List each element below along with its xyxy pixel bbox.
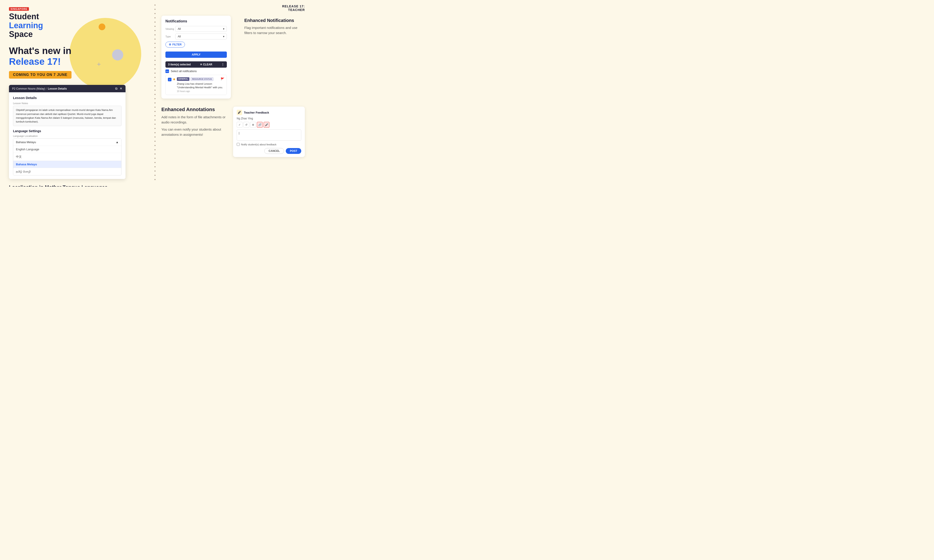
- more-icon[interactable]: ⋮: [222, 63, 224, 66]
- notif-selected-bar: 3 item(s) selected ✕ CLEAR ⋮: [165, 62, 227, 68]
- select-all-checkbox[interactable]: —: [165, 69, 169, 73]
- brand-line3: Space: [9, 29, 33, 39]
- cancel-button[interactable]: CANCEL: [264, 148, 284, 154]
- tool-tick[interactable]: ✓: [237, 122, 242, 128]
- apply-button[interactable]: APPLY: [165, 52, 227, 58]
- notif-checkbox[interactable]: ✓: [168, 78, 171, 81]
- annotations-section: Enhanced Annotations Add notes in the fo…: [161, 107, 305, 157]
- tf-user: Ng Zhao Ying: [237, 117, 301, 120]
- tf-header: 🖊 Teacher Feedback: [237, 110, 301, 115]
- copy-icon[interactable]: ⧉: [115, 87, 117, 91]
- tag-general: GENERAL: [177, 77, 190, 81]
- release-badge: RELEASE 17: TEACHER: [161, 5, 305, 12]
- lang-label: Language Localisation: [13, 135, 122, 137]
- headline-line1: What's new in: [9, 46, 71, 56]
- notif-unread-dot: [173, 78, 175, 80]
- lang-options: English Language 中文 Bahasa Melayu தமிழ் …: [13, 146, 121, 175]
- brand-line2: Learning: [9, 21, 43, 30]
- notify-label: Notify student(s) about feedback: [241, 143, 276, 146]
- enhanced-notif-title: Enhanced Notifications: [244, 18, 305, 23]
- chevron-up-icon: ▲: [116, 140, 119, 144]
- tag-resource: RESOURCE STATUS: [191, 77, 213, 81]
- tf-header-title: Teacher Feedback: [244, 111, 269, 114]
- lesson-notes-box: Objektif pengajaran ini ialah untuk meng…: [13, 106, 122, 126]
- tool-add[interactable]: ⊕: [250, 122, 256, 128]
- brand-title: Student Learning Space: [9, 12, 146, 39]
- release-badge-line2: TEACHER: [288, 8, 305, 12]
- lang-settings-title: Language Settings: [13, 129, 122, 133]
- tf-toolbar: ✓ ↺ ⊕ 🔗 🎤: [237, 122, 301, 128]
- brand-line1: Student: [9, 12, 39, 21]
- tf-notify-row: Notify student(s) about feedback: [237, 143, 301, 146]
- tool-link[interactable]: 🔗: [257, 122, 263, 128]
- chevron-down-icon: ▾: [223, 27, 224, 31]
- localisation-section: Localisation in Mother Tongue Languages …: [9, 185, 146, 186]
- flag-icon[interactable]: 🚩: [220, 77, 224, 81]
- close-icon[interactable]: ✕: [120, 87, 122, 91]
- feedback-icon: 🖊: [237, 110, 242, 115]
- filter-button[interactable]: ⚙ FILTER: [165, 42, 185, 48]
- lesson-card-body: Lesson Details Lesson Notes Objektif pen…: [9, 92, 125, 179]
- left-panel: + SINGAPORE Student Learning Space What'…: [0, 0, 155, 186]
- lang-dropdown[interactable]: Bahasa Melayu ▲ English Language 中文 Baha…: [13, 138, 122, 175]
- enhanced-notif-desc: Flag important notifications and use fil…: [244, 25, 305, 35]
- lesson-card-header: P2 Common Nouns (Malay) / Lesson Details…: [9, 85, 125, 92]
- viewing-value: All: [178, 27, 181, 31]
- tool-mic[interactable]: 🎤: [264, 122, 270, 128]
- minus-icon: —: [166, 70, 168, 73]
- check-icon: ✓: [169, 78, 171, 81]
- top-section: Notifications Viewing All ▾ Type All ▾ ⚙…: [161, 16, 305, 98]
- notifications-widget: Notifications Viewing All ▾ Type All ▾ ⚙…: [161, 16, 231, 98]
- x-icon: ✕: [200, 63, 202, 66]
- lang-option-english[interactable]: English Language: [13, 146, 121, 153]
- clear-label: CLEAR: [203, 63, 212, 66]
- headline-line2: Release 17!: [9, 56, 61, 67]
- tf-buttons: CANCEL POST: [237, 148, 301, 154]
- annotations-title: Enhanced Annotations: [161, 107, 229, 112]
- tf-textarea[interactable]: |: [237, 129, 301, 141]
- notify-checkbox[interactable]: [237, 143, 240, 146]
- chevron-down-icon2: ▾: [223, 35, 224, 38]
- enhanced-notifications: Enhanced Notifications Flag important no…: [240, 16, 305, 35]
- breadcrumb-parent: P2 Common Nouns (Malay): [12, 87, 45, 90]
- lesson-details-title: Lesson Details: [13, 96, 122, 100]
- notif-time: 10 hours ago: [177, 90, 224, 92]
- singapore-badge: SINGAPORE: [9, 7, 29, 11]
- header-icons: ⧉ ✕: [115, 87, 122, 91]
- annotations-line1: Add notes in the form of file attachment…: [161, 115, 229, 125]
- post-button[interactable]: POST: [286, 148, 301, 154]
- notif-filter-row: ⚙ FILTER: [165, 42, 227, 48]
- lang-option-chinese[interactable]: 中文: [13, 153, 121, 161]
- viewing-label: Viewing: [165, 28, 174, 30]
- notif-title: Notifications: [165, 19, 227, 23]
- select-all-label: Select all notifications: [171, 70, 197, 73]
- notif-type-row: Type All ▾: [165, 34, 227, 39]
- notif-item-top: ✓ GENERAL RESOURCE STATUS Zhang Lisa has…: [168, 77, 224, 92]
- notif-tags: GENERAL RESOURCE STATUS: [177, 77, 224, 81]
- lang-option-tamil[interactable]: தமிழ் மொழி: [13, 168, 121, 175]
- type-label: Type: [165, 35, 174, 38]
- breadcrumb-sep: /: [46, 87, 47, 90]
- filter-icon: ⚙: [169, 43, 171, 46]
- clear-button[interactable]: ✕ CLEAR: [200, 63, 212, 66]
- type-value: All: [178, 35, 181, 38]
- lang-option-malay[interactable]: Bahasa Melayu: [13, 161, 121, 168]
- notif-item: ✓ GENERAL RESOURCE STATUS Zhang Lisa has…: [165, 75, 227, 95]
- filter-label: FILTER: [173, 43, 182, 46]
- breadcrumb: P2 Common Nouns (Malay) / Lesson Details: [12, 87, 67, 90]
- lang-dropdown-header[interactable]: Bahasa Melayu ▲: [13, 138, 121, 146]
- notif-viewing-row: Viewing All ▾: [165, 26, 227, 32]
- right-panel: RELEASE 17: TEACHER Notifications Viewin…: [157, 0, 311, 186]
- notes-label: Lesson Notes: [13, 102, 122, 105]
- coming-badge: COMING TO YOU ON 7 JUNE: [9, 71, 71, 78]
- annotations-left: Enhanced Annotations Add notes in the fo…: [161, 107, 229, 139]
- viewing-select[interactable]: All ▾: [175, 26, 227, 32]
- lang-selected: Bahasa Melayu: [16, 140, 36, 144]
- main-headline: What's new in Release 17!: [9, 46, 146, 67]
- release-badge-line1: RELEASE 17:: [282, 5, 305, 8]
- tool-undo[interactable]: ↺: [244, 122, 249, 128]
- notif-text: Zhang Lisa has shared Lesson "Understand…: [177, 82, 224, 89]
- type-select[interactable]: All ▾: [175, 34, 227, 39]
- divider: [154, 0, 155, 186]
- annotations-line2: You can even notify your students about …: [161, 127, 229, 137]
